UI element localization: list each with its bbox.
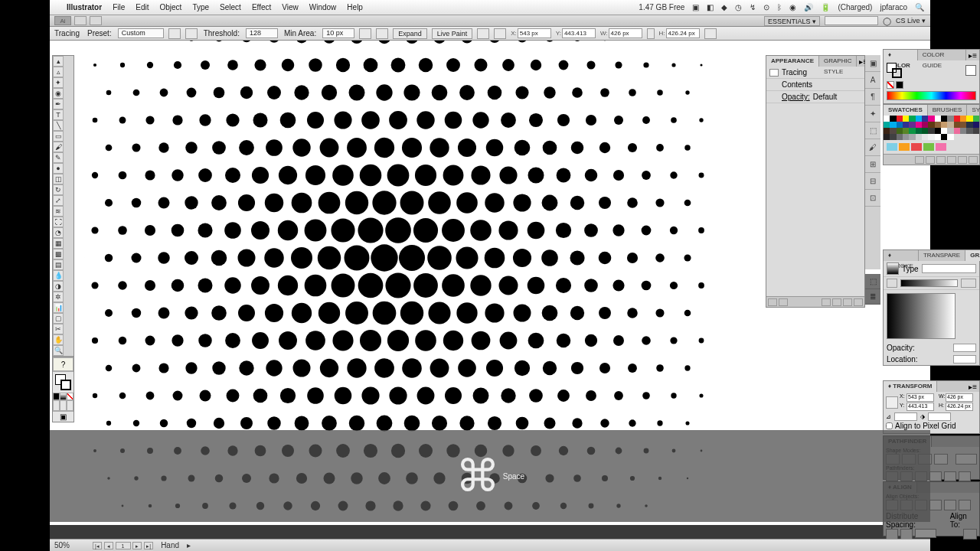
new-swatch-icon[interactable] bbox=[958, 156, 967, 164]
swatch[interactable] bbox=[973, 116, 979, 122]
collapsed-panel-icon[interactable]: ⊞ bbox=[865, 156, 880, 173]
duplicate-icon[interactable] bbox=[843, 298, 852, 306]
swatch[interactable] bbox=[916, 128, 922, 134]
wh-link-icon[interactable] bbox=[647, 28, 655, 39]
swatch[interactable] bbox=[903, 116, 909, 122]
swatch[interactable] bbox=[903, 122, 909, 128]
swatch[interactable] bbox=[916, 134, 922, 140]
swatch[interactable] bbox=[935, 116, 941, 122]
zoom-field[interactable]: 50% bbox=[54, 541, 85, 549]
bridge-button[interactable] bbox=[74, 16, 87, 25]
swatch[interactable] bbox=[884, 134, 890, 140]
swatch[interactable] bbox=[922, 116, 928, 122]
swatch[interactable] bbox=[897, 128, 903, 134]
swatch[interactable] bbox=[928, 134, 934, 140]
alignto-icon[interactable] bbox=[963, 529, 977, 540]
swatch-group[interactable] bbox=[884, 140, 979, 154]
swatch[interactable] bbox=[941, 116, 947, 122]
ty-field[interactable]: 443.413 bbox=[906, 403, 934, 411]
line-tool[interactable]: ╲ bbox=[53, 120, 64, 131]
swatch[interactable] bbox=[954, 122, 960, 128]
swatch[interactable] bbox=[936, 143, 946, 151]
swatch[interactable] bbox=[923, 143, 934, 151]
crop-icon[interactable] bbox=[929, 471, 942, 481]
swatch[interactable] bbox=[890, 116, 896, 122]
tab-graphic-styles[interactable]: GRAPHIC STYLE bbox=[819, 56, 857, 67]
swatch[interactable] bbox=[897, 116, 903, 122]
fill-stroke-box[interactable] bbox=[53, 371, 74, 393]
color-panel[interactable]: ♦ COLOR COLOR GUIDE ▸≡ bbox=[883, 49, 980, 104]
battery-icon[interactable]: 🔋 bbox=[821, 3, 830, 11]
arrange-button[interactable] bbox=[90, 16, 102, 25]
collapsed-panel-icon[interactable]: ▣ bbox=[865, 55, 880, 72]
swatch[interactable] bbox=[909, 134, 915, 140]
tab-color[interactable]: ♦ COLOR bbox=[884, 50, 918, 60]
isolate-icon[interactable] bbox=[494, 28, 506, 39]
swatch[interactable] bbox=[909, 116, 915, 122]
tx-field[interactable]: 543 px bbox=[906, 393, 934, 402]
hand-tool[interactable]: ✋ bbox=[53, 334, 64, 345]
opacity-field[interactable] bbox=[953, 344, 976, 352]
swatch[interactable] bbox=[947, 122, 953, 128]
collapsed-panel-icon[interactable]: ⬚ bbox=[865, 122, 880, 139]
w-field[interactable]: 426 px bbox=[609, 28, 642, 38]
threshold-field[interactable]: 128 bbox=[246, 28, 278, 38]
swatch[interactable] bbox=[916, 122, 922, 128]
new-group-icon[interactable] bbox=[947, 156, 956, 164]
pencil-tool[interactable]: ✎ bbox=[53, 152, 64, 163]
swatch[interactable] bbox=[966, 122, 972, 128]
tab-appearance[interactable]: APPEARANCE bbox=[766, 56, 819, 67]
swatch[interactable] bbox=[966, 128, 972, 134]
trace-option-icon[interactable] bbox=[359, 28, 371, 39]
swatch[interactable] bbox=[941, 128, 947, 134]
blend-tool[interactable]: ◑ bbox=[53, 281, 64, 292]
distribute-v-icon[interactable] bbox=[886, 529, 898, 540]
clear-icon[interactable] bbox=[832, 298, 841, 306]
cslive-status[interactable]: ◯ bbox=[883, 17, 891, 25]
type-tool[interactable]: T bbox=[53, 109, 64, 120]
tab-stroke[interactable]: ♦ STROKE bbox=[884, 250, 919, 261]
gradient-tool[interactable]: ▤ bbox=[53, 259, 64, 270]
swatch[interactable] bbox=[916, 116, 922, 122]
y-field[interactable]: 443.413 px bbox=[562, 28, 596, 38]
mesh-tool[interactable]: ▩ bbox=[53, 249, 64, 259]
preset-select[interactable]: Custom bbox=[118, 28, 164, 38]
swatch[interactable] bbox=[947, 128, 953, 134]
appearance-item[interactable]: Contents bbox=[782, 80, 812, 89]
transform-panel[interactable]: ♦ TRANSFORM▸≡ X:543 px W:426 px Y:443.41… bbox=[883, 380, 980, 434]
menu-file[interactable]: File bbox=[113, 3, 125, 11]
pixel-grid-checkbox[interactable] bbox=[886, 422, 893, 429]
draw-inside[interactable] bbox=[67, 400, 74, 411]
tab-symbols[interactable]: SYMBOLS bbox=[967, 105, 980, 116]
menu-view[interactable]: View bbox=[282, 3, 299, 11]
rectangle-tool[interactable]: ▭ bbox=[53, 131, 64, 142]
tab-transform[interactable]: ♦ TRANSFORM bbox=[884, 381, 937, 392]
gradient-panel[interactable]: ♦ STROKE TRANSPARE GRADIENT Type Opacity… bbox=[883, 249, 980, 366]
outline-icon[interactable] bbox=[944, 471, 956, 481]
collapsed-panel-icon[interactable]: 🖌 bbox=[865, 139, 880, 156]
appearance-item[interactable]: Tracing bbox=[782, 68, 807, 77]
swatch[interactable] bbox=[973, 128, 979, 134]
rotate-tool[interactable]: ↻ bbox=[53, 184, 64, 195]
location-field[interactable] bbox=[953, 355, 976, 364]
x-field[interactable]: 543 px bbox=[518, 28, 551, 38]
distribute-h-icon[interactable] bbox=[900, 529, 913, 540]
collapsed-panel-icon[interactable]: ⊟ bbox=[865, 173, 880, 190]
menu-effect[interactable]: Effect bbox=[252, 3, 271, 11]
align-bottom-icon[interactable] bbox=[959, 500, 971, 510]
swatch[interactable] bbox=[884, 116, 890, 122]
tab-color-guide[interactable]: COLOR GUIDE bbox=[918, 50, 966, 60]
fill-stroke-icon[interactable] bbox=[887, 63, 902, 78]
h-field[interactable]: 426.24 px bbox=[666, 28, 700, 38]
menuextra-icon[interactable]: ◆ bbox=[721, 3, 727, 11]
menu-edit[interactable]: Edit bbox=[136, 3, 149, 11]
expand-button[interactable]: Expand bbox=[393, 28, 427, 39]
expand-button[interactable] bbox=[956, 454, 977, 465]
eraser-tool[interactable]: ◫ bbox=[53, 174, 64, 184]
preset-options-icon[interactable] bbox=[168, 28, 181, 39]
swatch[interactable] bbox=[973, 122, 979, 128]
graph-tool[interactable]: 📊 bbox=[53, 302, 64, 313]
wifi-icon[interactable]: ◉ bbox=[789, 3, 796, 11]
shape-builder-tool[interactable]: ◔ bbox=[53, 227, 64, 238]
swatch[interactable] bbox=[928, 116, 934, 122]
